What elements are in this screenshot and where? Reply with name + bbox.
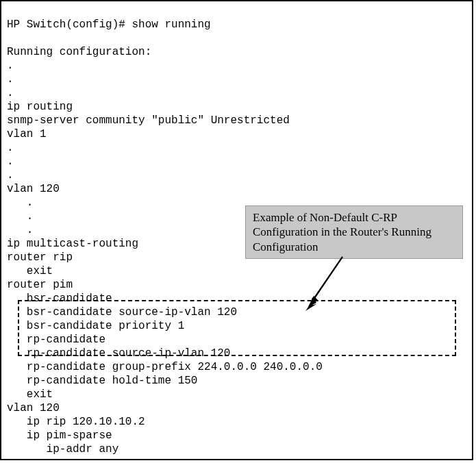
config-line: vlan 1: [7, 128, 47, 140]
ellipsis-dot: .: [7, 197, 33, 209]
config-line: ip pim-sparse: [7, 429, 112, 442]
annotation-callout: Example of Non-Default C-RP Configuratio…: [245, 205, 463, 259]
config-line: bsr-candidate: [7, 292, 112, 305]
config-header: Running configuration:: [7, 46, 151, 58]
ellipsis-dot: .: [7, 224, 33, 236]
prompt-line: HP Switch(config)# show running: [7, 18, 211, 31]
ellipsis-dot: .: [7, 457, 53, 460]
ellipsis-dot: .: [7, 87, 14, 99]
config-line: snmp-server community "public" Unrestric…: [7, 114, 290, 127]
terminal-frame: HP Switch(config)# show running Running …: [0, 0, 473, 460]
config-line: router pim: [7, 279, 73, 291]
ellipsis-dot: .: [7, 60, 14, 72]
ellipsis-dot: .: [7, 155, 14, 168]
config-line: ip routing: [7, 101, 73, 113]
ellipsis-dot: .: [7, 73, 14, 86]
ellipsis-dot: .: [7, 142, 14, 154]
config-line: exit: [7, 265, 53, 277]
config-line-highlighted: rp-candidate: [7, 334, 105, 346]
config-line-highlighted: rp-candidate source-ip-vlan 120: [7, 347, 230, 360]
annotation-text: Example of Non-Default C-RP Configuratio…: [253, 211, 431, 253]
config-line: ip rip 120.10.10.2: [7, 416, 145, 428]
ellipsis-dot: .: [7, 210, 33, 223]
config-line: ip multicast-routing: [7, 238, 138, 250]
config-line-highlighted: rp-candidate group-prefix 224.0.0.0 240.…: [7, 361, 323, 373]
config-line: bsr-candidate source-ip-vlan 120: [7, 306, 237, 318]
config-line: exit: [7, 388, 53, 401]
ellipsis-dot: .: [7, 169, 14, 182]
config-line: router rip: [7, 251, 73, 264]
config-line: vlan 120: [7, 183, 60, 195]
config-line: bsr-candidate priority 1: [7, 320, 184, 332]
config-line: ip-addr any: [7, 443, 118, 455]
config-line: vlan 120: [7, 402, 60, 414]
config-line-highlighted: rp-candidate hold-time 150: [7, 375, 197, 387]
